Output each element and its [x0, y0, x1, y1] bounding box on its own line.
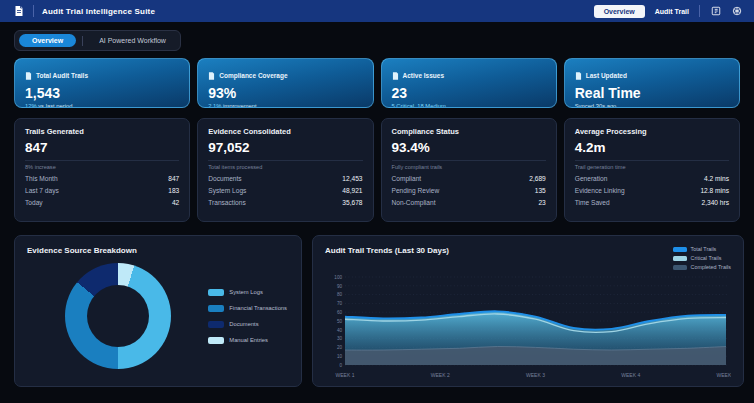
stat-detail-row: Last 7 days183: [25, 187, 179, 194]
kpi-label: Compliance Coverage: [219, 72, 287, 79]
svg-text:WEEK 4: WEEK 4: [621, 372, 640, 378]
svg-text:30: 30: [337, 336, 343, 341]
svg-text:10: 10: [337, 354, 343, 359]
app-title: Audit Trial Intelligence Suite: [42, 7, 155, 16]
panel-title: Evidence Source Breakdown: [27, 246, 289, 255]
legend-item-critical-trails[interactable]: Critical Trails: [673, 255, 731, 261]
legend-item-completed-trails[interactable]: Completed Trails: [673, 264, 731, 270]
stat-detail-row: Evidence Linking12.8 mins: [575, 187, 729, 194]
layout-panel-icon[interactable]: [710, 6, 721, 17]
kpi-card-total-audit-trails[interactable]: Total Audit Trails 1,543 12% vs last per…: [14, 58, 190, 108]
legend-item-documents[interactable]: Documents: [208, 321, 287, 328]
header-divider: [33, 5, 34, 17]
document-icon: [208, 66, 215, 84]
stat-value: 4.2m: [575, 140, 729, 155]
legend-item-total-trails[interactable]: Total Trails: [673, 246, 731, 252]
document-icon: [392, 66, 399, 84]
stat-detail-row: Generation4.2 mins: [575, 175, 729, 182]
stat-note: Trail generation time: [575, 164, 729, 170]
stat-detail-row: Non-Compliant23: [392, 199, 546, 206]
stat-detail-row: Transactions35,678: [208, 199, 362, 206]
kpi-card-compliance-coverage[interactable]: Compliance Coverage 93% 2.1% improvement: [197, 58, 373, 108]
kpi-value: Real Time: [575, 86, 729, 101]
legend-swatch: [208, 321, 224, 328]
document-icon: [575, 66, 582, 84]
svg-text:70: 70: [337, 301, 343, 306]
donut-chart[interactable]: [65, 263, 171, 369]
legend-item-financial-transactions[interactable]: Financial Transactions: [208, 305, 287, 312]
stat-title: Trails Generated: [25, 127, 179, 136]
stat-detail-row: Compliant2,689: [392, 175, 546, 182]
kpi-label: Total Audit Trails: [36, 72, 88, 79]
stat-detail-row: System Logs48,921: [208, 187, 362, 194]
svg-text:20: 20: [337, 345, 343, 350]
evidence-source-panel: Evidence Source Breakdown System Logs Fi…: [14, 235, 302, 387]
legend-item-manual-entries[interactable]: Manual Entries: [208, 337, 287, 344]
header-divider: [699, 5, 700, 17]
trends-header: Audit Trail Trends (Last 30 Days) Total …: [325, 246, 731, 270]
svg-text:60: 60: [337, 310, 343, 315]
audit-dashboard: { "header": { "title": "Audit Trial Inte…: [0, 0, 754, 403]
svg-text:WEEK 5: WEEK 5: [717, 372, 731, 378]
svg-text:40: 40: [337, 328, 343, 333]
svg-text:WEEK 3: WEEK 3: [526, 372, 545, 378]
legend-swatch: [673, 265, 687, 270]
stat-card-trails-generated: Trails Generated 847 8% increase This Mo…: [14, 118, 190, 222]
panel-title: Audit Trail Trends (Last 30 Days): [325, 246, 449, 255]
kpi-value: 23: [392, 86, 546, 101]
audit-trends-panel: Audit Trail Trends (Last 30 Days) Total …: [312, 235, 744, 387]
stat-row: Trails Generated 847 8% increase This Mo…: [14, 118, 740, 222]
header-actions: Overview Audit Trail: [594, 5, 742, 18]
stat-title: Compliance Status: [392, 127, 546, 136]
kpi-subtext: 12% vs last period: [25, 103, 179, 108]
kpi-subtext: Synced 30s ago: [575, 103, 729, 108]
stat-value: 847: [25, 140, 179, 155]
kpi-row: Total Audit Trails 1,543 12% vs last per…: [14, 58, 740, 108]
divider: [392, 160, 546, 161]
document-icon: [25, 66, 32, 84]
legend-swatch: [208, 305, 224, 312]
stat-detail-row: Pending Review135: [392, 187, 546, 194]
stat-value: 93.4%: [392, 140, 546, 155]
stat-detail-row: Documents12,453: [208, 175, 362, 182]
svg-text:90: 90: [337, 284, 343, 289]
donut-area: System Logs Financial Transactions Docum…: [27, 263, 289, 369]
donut-hole: [87, 285, 149, 347]
stat-card-average-processing: Average Processing 4.2m Trail generation…: [564, 118, 740, 222]
svg-text:0: 0: [339, 363, 342, 368]
document-icon: [12, 5, 25, 18]
tab-ai-powered-workflow[interactable]: AI Powered Workflow: [89, 34, 176, 47]
nav-overview-button[interactable]: Overview: [594, 5, 645, 18]
trends-area-chart[interactable]: 0102030405060708090100WEEK 1WEEK 2WEEK 3…: [325, 272, 731, 380]
kpi-label: Last Updated: [586, 72, 627, 79]
legend-swatch: [208, 289, 224, 296]
nav-audit-trail-link[interactable]: Audit Trail: [655, 8, 689, 15]
stat-detail-row: Time Saved2,340 hrs: [575, 199, 729, 206]
app-header: Audit Trial Intelligence Suite Overview …: [0, 0, 754, 22]
svg-text:100: 100: [334, 275, 342, 280]
stat-card-evidence-consolidated: Evidence Consolidated 97,052 Total items…: [197, 118, 373, 222]
kpi-label: Active Issues: [403, 72, 445, 79]
stat-detail-row: Today42: [25, 199, 179, 206]
kpi-card-active-issues[interactable]: Active Issues 23 5 Critical, 18 Medium: [381, 58, 557, 108]
kpi-card-last-updated[interactable]: Last Updated Real Time Synced 30s ago: [564, 58, 740, 108]
kpi-value: 93%: [208, 86, 362, 101]
subnav-bar: Overview AI Powered Workflow: [14, 29, 740, 51]
stat-note: Fully compliant trails: [392, 164, 546, 170]
stat-note: 8% increase: [25, 164, 179, 170]
legend-swatch: [673, 247, 687, 252]
charts-row: Evidence Source Breakdown System Logs Fi…: [14, 235, 740, 387]
legend-item-system-logs[interactable]: System Logs: [208, 289, 287, 296]
divider: [208, 160, 362, 161]
tab-group: Overview AI Powered Workflow: [14, 30, 181, 51]
svg-text:WEEK 1: WEEK 1: [336, 372, 355, 378]
divider: [575, 160, 729, 161]
kpi-value: 1,543: [25, 86, 179, 101]
tab-overview[interactable]: Overview: [19, 34, 76, 47]
stat-value: 97,052: [208, 140, 362, 155]
stat-card-compliance-status: Compliance Status 93.4% Fully compliant …: [381, 118, 557, 222]
kpi-subtext: 5 Critical, 18 Medium: [392, 103, 546, 108]
svg-text:80: 80: [337, 292, 343, 297]
svg-text:50: 50: [337, 319, 343, 324]
settings-icon[interactable]: [731, 6, 742, 17]
